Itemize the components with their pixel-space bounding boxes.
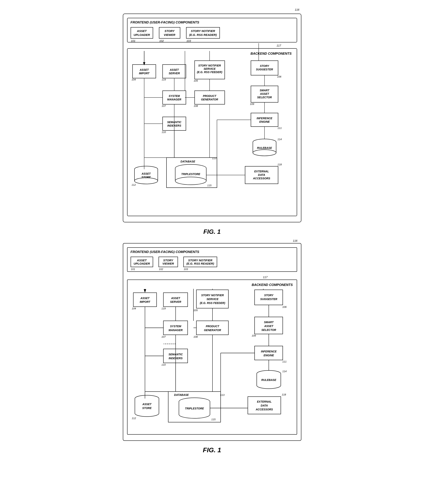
svg-text:DATABASE: DATABASE bbox=[174, 393, 189, 396]
svg-text:111: 111 bbox=[282, 360, 287, 363]
story-notifier-wrapper: STORY NOTIFIER(E.G. RSS READER) 103 bbox=[183, 257, 217, 267]
svg-text:STORE: STORE bbox=[142, 407, 152, 410]
svg-text:INFERENCE: INFERENCE bbox=[261, 350, 277, 353]
svg-text:SMART: SMART bbox=[264, 321, 274, 324]
backend-box: 117 BACKEND COMPONENTS ASSET IMPORT 104 … bbox=[127, 48, 297, 216]
backend-svg: ASSET IMPORT 104 ASSET SERVER 119 STORY … bbox=[131, 289, 298, 428]
svg-text:INFERENCE: INFERENCE bbox=[256, 117, 272, 120]
asset-uploader-box: ASSETUPLOADER bbox=[131, 257, 153, 267]
frontend-section: FRONTEND (USER-FACING) COMPONENTS ASSETU… bbox=[127, 247, 297, 272]
svg-text:ASSET: ASSET bbox=[171, 297, 180, 300]
svg-text:115: 115 bbox=[211, 418, 216, 421]
ref-102: 102 bbox=[159, 268, 163, 271]
svg-rect-4 bbox=[163, 65, 186, 78]
svg-text:107: 107 bbox=[162, 335, 166, 338]
svg-text:110: 110 bbox=[162, 363, 166, 366]
svg-text:110: 110 bbox=[162, 131, 166, 134]
svg-text:114: 114 bbox=[282, 370, 287, 373]
svg-text:ACCESSORS: ACCESSORS bbox=[253, 177, 270, 180]
svg-rect-34 bbox=[251, 113, 278, 127]
svg-text:SMART: SMART bbox=[260, 89, 269, 92]
svg-text:EXTERNAL: EXTERNAL bbox=[257, 400, 271, 403]
svg-text:119: 119 bbox=[162, 307, 166, 310]
svg-text:(E.G. RSS FEEDER): (E.G. RSS FEEDER) bbox=[200, 301, 225, 304]
svg-text:ASSET: ASSET bbox=[169, 68, 179, 71]
svg-rect-17 bbox=[163, 91, 186, 104]
ref-103: 103 bbox=[184, 268, 188, 271]
svg-text:109: 109 bbox=[250, 103, 254, 105]
svg-rect-21 bbox=[195, 91, 225, 104]
story-viewer-box: STORYVIEWER bbox=[159, 257, 178, 267]
svg-text:ASSET: ASSET bbox=[260, 92, 269, 95]
svg-text:SERVER: SERVER bbox=[169, 72, 180, 75]
ref-117: 117 bbox=[276, 44, 281, 47]
svg-text:104: 104 bbox=[132, 307, 136, 310]
svg-text:111: 111 bbox=[277, 127, 282, 129]
svg-text:STORY NOTIFIER: STORY NOTIFIER bbox=[201, 294, 224, 297]
svg-text:119: 119 bbox=[162, 78, 166, 81]
svg-text:PRODUCT: PRODUCT bbox=[203, 94, 217, 97]
svg-text:SELECTOR: SELECTOR bbox=[261, 328, 276, 331]
ref-116: 116 bbox=[295, 8, 299, 11]
svg-rect-150 bbox=[135, 399, 159, 413]
ref-116-top: 116 bbox=[293, 239, 297, 242]
svg-rect-125 bbox=[255, 346, 283, 360]
svg-text:SUGGESTER: SUGGESTER bbox=[256, 68, 273, 71]
outer-container: FRONTEND (USER-FACING) COMPONENTS ASSETU… bbox=[123, 14, 301, 222]
svg-text:RULEBASE: RULEBASE bbox=[261, 378, 276, 382]
fig-caption: FIG. 1 bbox=[123, 228, 301, 235]
svg-text:108: 108 bbox=[193, 335, 198, 338]
svg-rect-91 bbox=[133, 293, 157, 307]
svg-rect-95 bbox=[163, 293, 188, 307]
svg-point-59 bbox=[175, 177, 206, 185]
svg-text:MANAGER: MANAGER bbox=[167, 98, 181, 101]
svg-text:DATABASE: DATABASE bbox=[181, 160, 195, 163]
svg-text:107: 107 bbox=[162, 104, 166, 107]
svg-text:SUGGESTER: SUGGESTER bbox=[260, 298, 277, 301]
story-viewer-wrapper: STORYVIEWER 102 bbox=[159, 257, 178, 267]
svg-text:115: 115 bbox=[207, 184, 212, 187]
svg-text:DATA: DATA bbox=[258, 173, 265, 176]
svg-text:SELECTOR: SELECTOR bbox=[257, 96, 272, 99]
svg-text:ASSET: ASSET bbox=[141, 172, 151, 175]
svg-text:105: 105 bbox=[194, 79, 198, 82]
svg-text:SYSTEM: SYSTEM bbox=[170, 325, 181, 328]
svg-text:GENERATOR: GENERATOR bbox=[204, 328, 221, 332]
svg-text:EXTERNAL: EXTERNAL bbox=[254, 170, 269, 173]
svg-text:STORY NOTIFIER: STORY NOTIFIER bbox=[198, 64, 221, 67]
svg-text:112: 112 bbox=[132, 417, 136, 420]
svg-text:STORY: STORY bbox=[264, 294, 274, 297]
ref-101: 101 bbox=[131, 39, 136, 43]
svg-text:108: 108 bbox=[194, 104, 198, 107]
story-notifier-box: STORY NOTIFIER(E.G. RSS READER) bbox=[183, 257, 217, 267]
svg-text:105: 105 bbox=[193, 309, 198, 312]
svg-text:SERVICE: SERVICE bbox=[206, 298, 218, 301]
svg-text:106: 106 bbox=[282, 305, 287, 308]
svg-rect-104 bbox=[255, 290, 283, 305]
svg-text:ASSET: ASSET bbox=[140, 297, 150, 300]
frontend-box: FRONTEND (USER-FACING) COMPONENTS ASSETU… bbox=[127, 18, 297, 43]
svg-text:IMPORT: IMPORT bbox=[139, 72, 150, 75]
svg-text:113: 113 bbox=[220, 394, 224, 396]
svg-text:ASSET: ASSET bbox=[264, 324, 274, 328]
svg-point-42 bbox=[253, 150, 276, 156]
svg-rect-108 bbox=[163, 321, 188, 335]
svg-text:ACCESSORS: ACCESSORS bbox=[255, 408, 273, 411]
fig-caption-2: FIG. 1 bbox=[123, 446, 301, 454]
svg-text:109: 109 bbox=[252, 334, 256, 337]
svg-text:104: 104 bbox=[131, 78, 136, 81]
frontend-section-title: FRONTEND (USER-FACING) COMPONENTS bbox=[131, 250, 293, 254]
svg-text:118: 118 bbox=[277, 163, 282, 166]
svg-text:118: 118 bbox=[282, 393, 286, 396]
svg-text:SYSTEM: SYSTEM bbox=[169, 94, 180, 97]
svg-rect-0 bbox=[132, 65, 156, 78]
svg-text:ASSET: ASSET bbox=[142, 403, 152, 406]
svg-text:106: 106 bbox=[277, 75, 281, 78]
svg-text:(E.G. RSS FEEDER): (E.G. RSS FEEDER) bbox=[197, 71, 222, 74]
asset-uploader-box: ASSETUPLOADER bbox=[131, 27, 153, 39]
svg-text:112: 112 bbox=[131, 183, 136, 186]
ref-117: 117 bbox=[263, 276, 267, 279]
asset-uploader-wrapper: ASSETUPLOADER 101 bbox=[131, 257, 153, 267]
story-notifier-box: STORY NOTIFIER(E.G. RSS READER) bbox=[186, 27, 220, 39]
backend-section: 117 BACKEND COMPONENTS ASSET IMPORT 104 … bbox=[127, 279, 297, 435]
